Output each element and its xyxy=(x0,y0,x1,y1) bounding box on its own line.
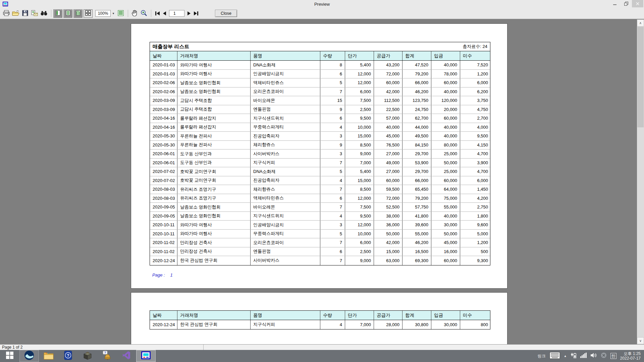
table-cell: 2020-05-30 xyxy=(150,141,177,149)
table-cell: 2020-10-11 xyxy=(150,221,177,229)
table-cell: 액체비타민쥬스 xyxy=(251,194,320,203)
table-cell: 30,000 xyxy=(431,320,460,329)
print-button[interactable] xyxy=(2,9,11,18)
table-cell: 2020-06-01 xyxy=(150,159,177,167)
table-row: 2020-02-06날좀보소 영화인협회액체비타민쥬스512,00060,000… xyxy=(150,78,490,87)
open-button[interactable] xyxy=(11,9,20,18)
table-cell: 2020-08-03 xyxy=(150,194,177,203)
whale-browser-icon xyxy=(24,350,34,362)
table-cell: 49,000 xyxy=(374,159,402,167)
column-header: 거래처명 xyxy=(177,51,251,60)
first-page-button[interactable] xyxy=(155,9,160,17)
table-cell: 10,000 xyxy=(345,123,374,132)
table-cell: 6 xyxy=(320,194,345,203)
link-toolbar-label[interactable]: 링크 xyxy=(538,353,546,359)
table-cell: 고담시 주택조합 xyxy=(177,96,251,105)
save-button[interactable] xyxy=(21,9,30,18)
vertical-scrollbar[interactable]: ∧ ∨ xyxy=(637,19,644,344)
table-cell: 와따가따 여행사 xyxy=(177,221,251,229)
zoom-in-button[interactable] xyxy=(140,9,148,18)
preview-app-button[interactable] xyxy=(136,350,156,362)
safely-remove-icon[interactable] xyxy=(601,352,607,360)
table-cell: 50,000 xyxy=(431,159,460,167)
sales-ledger-table: 매출장부 리스트 총자료수: 24 날짜거래처명품명수량단가공급가합계입금미수 … xyxy=(150,42,490,265)
close-window-button[interactable] xyxy=(632,0,643,7)
scroll-down-button[interactable]: ∨ xyxy=(637,337,644,344)
table-cell: 7,500 xyxy=(345,96,374,105)
whale-browser-button[interactable] xyxy=(19,350,39,362)
minimize-button[interactable] xyxy=(609,0,621,7)
sales-ledger-table-page2: 날짜거래처명품명수량단가공급가합계입금미수 2020-12-24한국 관심법 연… xyxy=(150,310,490,329)
export-button[interactable] xyxy=(30,9,39,18)
dropdown-arrow-icon[interactable]: ▼ xyxy=(112,12,115,15)
table-cell: 60,000 xyxy=(374,176,402,185)
visual-studio-button[interactable] xyxy=(117,350,136,362)
hand-tool-button[interactable] xyxy=(130,9,139,18)
table-cell: 50,000 xyxy=(431,230,460,238)
table-cell: 15 xyxy=(320,96,345,105)
tray-expand-icon[interactable]: ▲ xyxy=(564,354,567,358)
table-cell: 오리온쵸코파이 xyxy=(251,238,320,247)
table-cell: 22,500 xyxy=(374,105,402,114)
restore-button[interactable] xyxy=(621,0,632,7)
last-page-button[interactable] xyxy=(194,9,199,17)
scroll-up-button[interactable]: ∧ xyxy=(637,19,644,26)
table-cell: 9,500 xyxy=(460,132,491,140)
column-header: 단가 xyxy=(345,51,374,60)
find-button[interactable] xyxy=(40,9,48,18)
archive-tool-button[interactable] xyxy=(78,350,97,362)
table-row: 2020-04-16룰루랄라 패션잡지지구식샌드위치69,50057,00062… xyxy=(150,114,490,123)
fit-width-button[interactable] xyxy=(116,9,125,18)
table-cell: 63,000 xyxy=(374,256,402,265)
page-footer: Page :1 xyxy=(152,273,173,278)
table-cell: 4 xyxy=(320,320,345,329)
table-cell: 지구식커피 xyxy=(251,320,320,329)
table-cell: 52,500 xyxy=(374,203,402,212)
help-viewer-button[interactable]: ? xyxy=(58,350,78,362)
page-number-input[interactable] xyxy=(169,10,184,17)
table-cell: 75,000 xyxy=(431,194,460,203)
page-grid-view-button[interactable] xyxy=(73,9,83,18)
keyboard-icon[interactable] xyxy=(549,352,560,360)
table-cell: 15,000 xyxy=(345,176,374,185)
table-cell: 날좀보소 영화인협회 xyxy=(177,203,251,212)
table-cell: 진공압축피자 xyxy=(251,176,320,185)
bell-help-button[interactable]: ? xyxy=(97,350,117,362)
table-cell: 2,750 xyxy=(460,203,491,212)
table-cell: 7,000 xyxy=(345,320,374,329)
table-cell: 2020-09-05 xyxy=(150,203,177,212)
table-cell: 8,500 xyxy=(345,141,374,149)
table-cell: 인공배양시금치 xyxy=(251,70,320,78)
battery-icon[interactable] xyxy=(571,352,577,360)
table-row: 2020-10-11와따가따 여행사인공배양시금치312,00036,00039… xyxy=(150,221,490,230)
network-signal-icon[interactable] xyxy=(580,353,587,359)
table-cell: 7,520 xyxy=(460,61,491,69)
table-cell: 40,000 xyxy=(374,123,402,132)
single-page-view-icon xyxy=(56,10,60,17)
table-cell: 45,000 xyxy=(431,238,460,247)
table-cell: 2020-04-16 xyxy=(150,123,177,132)
table-cell: 57,000 xyxy=(374,114,402,123)
start-button[interactable] xyxy=(0,350,19,362)
table-row: 2020-12-24한국 관심법 연구회사이버박카스79,00063,00069… xyxy=(150,256,490,265)
table-cell: 6 xyxy=(320,70,345,78)
open-folder-icon xyxy=(12,10,19,17)
multipage-view-button[interactable] xyxy=(84,9,93,18)
table-cell: 2020-09-05 xyxy=(150,212,177,221)
single-page-view-button[interactable] xyxy=(53,9,62,18)
preview-workspace: 매출장부 리스트 총자료수: 24 날짜거래처명품명수량단가공급가합계입금미수 … xyxy=(0,19,644,344)
table-cell: 만리장성 건축사 xyxy=(177,238,251,247)
file-explorer-button[interactable] xyxy=(39,350,58,362)
zoom-level-select[interactable]: 100% ▼ xyxy=(95,10,115,17)
ime-indicator[interactable]: 한 xyxy=(610,353,616,359)
table-cell: 2020-01-03 xyxy=(150,61,177,69)
clock[interactable]: 오후 1:25 2022-07-17 xyxy=(620,351,641,361)
table-cell: 7,500 xyxy=(345,203,374,212)
table-cell: 와따가따 여행사 xyxy=(177,70,251,78)
scrollbar-thumb[interactable] xyxy=(637,27,644,127)
next-page-button[interactable] xyxy=(187,9,191,17)
close-preview-button[interactable]: Close xyxy=(215,10,237,17)
page-width-view-button[interactable] xyxy=(63,9,72,18)
volume-icon[interactable] xyxy=(590,353,597,359)
prev-page-button[interactable] xyxy=(163,9,166,17)
